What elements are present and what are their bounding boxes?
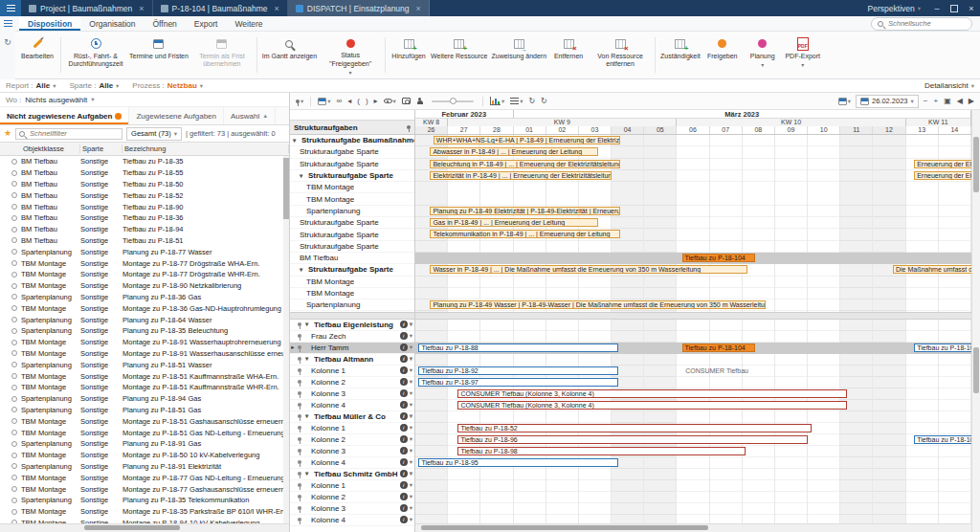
- ribbon-button-weitere-ressource[interactable]: Weitere Ressource: [429, 33, 489, 77]
- radio-button[interactable]: [11, 237, 17, 243]
- info-icon[interactable]: i: [400, 493, 408, 500]
- chevron-down-icon[interactable]: ▾: [410, 378, 412, 386]
- app-menu-button[interactable]: [0, 0, 21, 16]
- resource-row[interactable]: Kolonne 4i▾: [290, 515, 414, 526]
- table-row[interactable]: SpartenplanungSonstigePlanung zu P-18-51…: [0, 359, 289, 370]
- column-header-objektklasse[interactable]: Objektklasse: [21, 144, 80, 153]
- info-icon[interactable]: i: [400, 332, 408, 340]
- info-icon[interactable]: i: [400, 470, 408, 477]
- chevron-down-icon[interactable]: ▾: [410, 344, 412, 351]
- tab-nicht-zugewiesene-aufgaben[interactable]: Nicht zugewiesene Aufgaben: [0, 107, 129, 124]
- radio-button[interactable]: [11, 305, 17, 311]
- table-row[interactable]: TBM MontageSonstigeMontage zu P-18-91 Wa…: [0, 337, 289, 348]
- table-row[interactable]: TBM MontageSonstigeMontage zu P-18-90 Ne…: [0, 280, 289, 292]
- info-icon[interactable]: i: [400, 481, 408, 489]
- resource-row[interactable]: Kolonne 2i▾: [290, 434, 414, 446]
- structure-row[interactable]: Strukturaufgabe Sparte: [290, 229, 414, 240]
- fit-button[interactable]: ▣: [943, 97, 952, 105]
- collapse-icon[interactable]: ▾: [300, 266, 306, 274]
- gantt-bar[interactable]: Tiefbau zu P-18-88: [418, 344, 617, 352]
- chevron-down-icon[interactable]: ▾: [410, 470, 412, 477]
- column-header-bezeichnung[interactable]: Bezeichnung: [122, 144, 289, 153]
- gantt-bar[interactable]: Tiefbau zu P-18-92: [418, 366, 617, 375]
- table-row[interactable]: SpartenplanungSonstigePlanung zu P-18-35…: [0, 325, 289, 337]
- radio-button[interactable]: [11, 215, 17, 221]
- gantt-bar[interactable]: Wasser in P-18-49 | ... | Die Maßnahme u…: [430, 265, 747, 274]
- ribbon-button-bearbeiten[interactable]: Bearbeiten: [17, 33, 57, 77]
- close-icon[interactable]: ×: [416, 4, 421, 13]
- info-icon[interactable]: i: [400, 378, 408, 386]
- structure-row[interactable]: BM Tiefbau: [290, 253, 414, 264]
- radio-button[interactable]: [11, 509, 17, 515]
- ribbon-tab-organisation[interactable]: Organisation: [80, 16, 144, 31]
- chevron-down-icon[interactable]: ▾: [410, 447, 412, 454]
- gantt-bar[interactable]: Tiefbau zu P-18-95: [418, 458, 617, 467]
- info-icon[interactable]: i: [400, 447, 408, 454]
- table-row[interactable]: SpartenplanungSonstigePlanung zu P-18-35…: [0, 495, 289, 506]
- radio-button[interactable]: [11, 328, 17, 334]
- table-row[interactable]: BM TiefbauSonstigeTiefbau zu P-18-94: [0, 224, 289, 235]
- minimize-button[interactable]: –: [928, 0, 946, 16]
- bracket-close-button[interactable]: ): [365, 97, 369, 105]
- structure-row[interactable]: TBM Montage: [290, 288, 414, 299]
- gantt-bar[interactable]: Erneuerung der Elektrizitätsl: [914, 160, 971, 168]
- scroll-right-button[interactable]: ▶: [968, 97, 975, 105]
- info-icon[interactable]: i: [400, 458, 408, 466]
- radio-button[interactable]: [11, 418, 17, 424]
- chevron-down-icon[interactable]: ▾: [410, 516, 412, 523]
- gantt-bar[interactable]: CONSUMER Tiefbau: [683, 366, 791, 375]
- table-row[interactable]: TBM MontageSonstigeMontage zu P-18-51 Ga…: [0, 415, 289, 427]
- quick-search-input[interactable]: [886, 18, 961, 29]
- ribbon-tab-ffnen[interactable]: Öffnen: [144, 16, 185, 31]
- zoom-slider[interactable]: [432, 100, 474, 102]
- radio-button[interactable]: [11, 475, 17, 480]
- table-row[interactable]: TBM MontageSonstigeMontage zu P-18-91 Wa…: [0, 348, 289, 360]
- report-filter-report[interactable]: Report :Alle▾: [6, 81, 56, 90]
- gantt-bar[interactable]: Planung zu P-18-49 Elektrizität | P-18-4…: [430, 207, 619, 215]
- resource-row[interactable]: Kolonne 3i▾: [290, 503, 414, 515]
- radio-button[interactable]: [11, 441, 17, 447]
- table-row[interactable]: SpartenplanungSonstigePlanung zu P-18-94…: [0, 393, 289, 405]
- table-row[interactable]: BM TiefbauSonstigeTiefbau zu P-18-52: [0, 189, 289, 201]
- resource-row[interactable]: Kolonne 4i▾: [290, 400, 414, 411]
- window-tab-p-18-104-bauma-nahme[interactable]: P-18-104 | Baumaßnahme×: [153, 0, 288, 16]
- gantt-bar[interactable]: Planung zu P-18-49 Wasser | P-18-49-Wass…: [430, 300, 765, 309]
- pin-icon[interactable]: [407, 125, 411, 129]
- radio-button[interactable]: [11, 340, 17, 345]
- resource-row[interactable]: ▾Tiefbau Müller & Coi▾: [290, 411, 414, 423]
- info-icon[interactable]: i: [400, 424, 408, 432]
- radio-button[interactable]: [11, 170, 17, 176]
- ribbon-button-von-ressource-entfernen[interactable]: Von Ressource entfernen: [589, 33, 652, 77]
- gantt-hscrollbar[interactable]: [415, 523, 971, 532]
- close-icon[interactable]: ×: [275, 4, 279, 13]
- chevron-down-icon[interactable]: ▾: [410, 401, 412, 409]
- radio-button[interactable]: [11, 385, 17, 390]
- gantt-bar[interactable]: Tiefbau zu P-18-98: [457, 447, 746, 455]
- table-row[interactable]: SpartenplanungSonstigePlanung zu P-18-36…: [0, 292, 289, 303]
- ribbon-button-termin-als-frist-bernehmen[interactable]: Termin als Frist übernehmen: [190, 33, 254, 77]
- collapse-icon[interactable]: ▾: [305, 355, 312, 363]
- chevron-down-icon[interactable]: ▾: [410, 435, 412, 443]
- info-icon[interactable]: i: [400, 401, 408, 409]
- radio-button[interactable]: [11, 317, 17, 322]
- radio-button[interactable]: [11, 350, 17, 356]
- gantt-bar[interactable]: CONSUMER Tiefbau (Kolonne 3, Kolonne 4): [457, 401, 847, 410]
- chevron-down-icon[interactable]: ▾: [410, 424, 412, 432]
- table-row[interactable]: TBM MontageSonstigeMontage zu P-18-50 10…: [0, 450, 289, 461]
- resource-row[interactable]: Kolonne 3i▾: [290, 446, 414, 457]
- gantt-bar[interactable]: Tiefbau zu P-18-104: [682, 344, 756, 352]
- ribbon-button-planung[interactable]: Planung▾: [743, 33, 783, 77]
- radio-button[interactable]: [11, 260, 17, 266]
- ribbon-button-termine-und-fristen[interactable]: Termine und Fristen: [127, 33, 190, 77]
- radio-button[interactable]: [11, 396, 17, 402]
- gantt-vscrollbar[interactable]: [971, 110, 980, 532]
- link-button[interactable]: ∞: [336, 97, 344, 105]
- chevron-down-icon[interactable]: ▾: [410, 321, 412, 328]
- table-row[interactable]: SpartenplanungSonstigePlanung zu P-18-77…: [0, 246, 289, 257]
- table-row[interactable]: SpartenplanungSonstigePlanung zu P-18-64…: [0, 314, 289, 325]
- resource-row[interactable]: Kolonne 4i▾: [290, 457, 414, 469]
- tab-auswahl[interactable]: Auswahl▲: [224, 107, 276, 124]
- structure-row[interactable]: Spartenplanung: [290, 206, 414, 217]
- structure-row[interactable]: Strukturaufgabe Sparte: [290, 159, 414, 170]
- scrollbar-thumb[interactable]: [973, 347, 979, 393]
